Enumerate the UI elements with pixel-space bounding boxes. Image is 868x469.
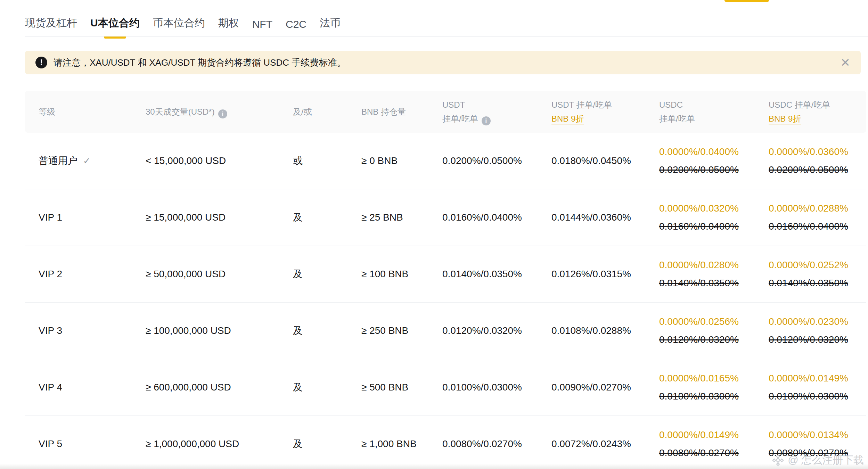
column-title-line: 及/或 [293,105,361,119]
column-title-line: USDT [442,98,551,112]
column-title: USDC 挂单/吃单 [769,100,830,109]
watermark: @ 怎么注册下载 [772,453,864,467]
binance-logo-icon [772,454,784,467]
column-header-volume-30d: 30天成交量(USD*)i [146,105,293,119]
discounted-fee: 0.0000%/0.0400% [659,143,769,161]
column-subtitle: 挂单/吃单 [659,114,695,123]
info-icon[interactable]: i [218,109,227,118]
discounted-fee: 0.0000%/0.0360% [769,143,866,161]
cell-and-or: 或 [293,154,361,167]
tab-c2c[interactable]: C2C [286,18,306,39]
cell-level: VIP 2 [39,269,146,280]
discounted-fee: 0.0000%/0.0280% [659,256,769,274]
cell-usdc-fee: 0.0000%/0.0280%0.0140%/0.0350% [659,256,769,292]
cell-bnb-holding: ≥ 1,000 BNB [361,438,442,450]
discounted-fee: 0.0000%/0.0288% [769,199,866,217]
level-label: VIP 4 [39,382,62,393]
cell-usdc-bnb-fee: 0.0000%/0.0360%0.0200%/0.0500% [769,143,866,179]
cell-usdt-fee: 0.0160%/0.0400% [442,212,551,223]
level-label: 普通用户 [39,155,77,166]
original-fee: 0.0140%/0.0350% [769,274,866,292]
cell-and-or: 及 [293,324,361,337]
cell-usdt-bnb-fee: 0.0126%/0.0315% [551,269,659,280]
column-header-bnb-holding: BNB 持仓量 [361,105,442,119]
tab-usdm-futures[interactable]: U本位合约 [90,16,140,39]
cell-usdc-fee: 0.0000%/0.0256%0.0120%/0.0320% [659,313,769,349]
column-title-line: USDT 挂单/吃单 [551,98,659,112]
bnb-discount-link[interactable]: BNB 9折 [769,114,801,123]
discounted-fee: 0.0000%/0.0256% [659,313,769,331]
cell-volume: ≥ 600,000,000 USD [146,382,293,393]
discounted-fee: 0.0000%/0.0252% [769,256,866,274]
cell-and-or: 及 [293,268,361,281]
column-title-line: 等级 [39,105,146,119]
cell-usdc-fee: 0.0000%/0.0149%0.0080%/0.0270% [659,426,769,462]
column-header-usdc-fee-bnb: USDC 挂单/吃单BNB 9折 [769,98,866,126]
fee-table: 等级30天成交量(USD*)i及/或BNB 持仓量USDT挂单/吃单iUSDT … [25,91,866,469]
column-title-line: USDC [659,98,769,112]
tab-nft[interactable]: NFT [252,18,272,39]
cell-usdt-bnb-fee: 0.0090%/0.0270% [551,382,659,393]
cell-level: 普通用户✓ [39,154,146,167]
column-header-usdt-fee-bnb: USDT 挂单/吃单BNB 9折 [551,98,659,126]
tab-spot-margin[interactable]: 现货及杠杆 [25,16,77,39]
watermark-text: @ 怎么注册下载 [788,453,864,467]
info-icon[interactable]: i [482,116,491,125]
column-title: USDC [659,100,683,109]
column-title: 及/或 [293,107,312,116]
tab-options[interactable]: 期权 [218,16,239,39]
original-fee: 0.0100%/0.0300% [659,387,769,405]
level-label: VIP 3 [39,325,62,336]
original-fee: 0.0100%/0.0300% [769,387,866,405]
column-subtitle-line: BNB 9折 [551,112,659,126]
discounted-fee: 0.0000%/0.0230% [769,313,866,331]
discounted-fee: 0.0000%/0.0134% [769,426,866,444]
column-header-and-or: 及/或 [293,105,361,119]
cell-volume: < 15,000,000 USD [146,155,293,166]
notice-text: 请注意，XAU/USDT 和 XAG/USDT 期货合约将遵循 USDC 手续费… [54,57,839,69]
column-title-line: USDC 挂单/吃单 [769,98,866,112]
tab-bar-divider [25,36,868,37]
column-subtitle-line: BNB 9折 [769,112,866,126]
column-header-usdc-fee: USDC挂单/吃单 [659,98,769,126]
cell-volume: ≥ 100,000,000 USD [146,325,293,336]
fee-table-row: VIP 2≥ 50,000,000 USD及≥ 100 BNB0.0140%/0… [25,246,866,303]
cell-volume: ≥ 1,000,000,000 USD [146,438,293,450]
cell-bnb-holding: ≥ 100 BNB [361,269,442,280]
cell-bnb-holding: ≥ 25 BNB [361,212,442,223]
column-subtitle: 挂单/吃单 [442,114,478,123]
cell-and-or: 及 [293,211,361,224]
column-title-line: 30天成交量(USD*)i [146,105,293,119]
current-level-check-icon: ✓ [83,156,91,166]
cell-usdt-bnb-fee: 0.0108%/0.0288% [551,325,659,336]
tab-fiat[interactable]: 法币 [320,16,341,39]
cell-usdt-fee: 0.0100%/0.0300% [442,382,551,393]
original-fee: 0.0080%/0.0270% [659,444,769,462]
column-subtitle-line: 挂单/吃单i [442,112,551,126]
close-icon[interactable]: ✕ [839,55,852,70]
discounted-fee: 0.0000%/0.0149% [769,369,866,387]
bnb-discount-link[interactable]: BNB 9折 [551,114,584,123]
original-fee: 0.0200%/0.0500% [769,161,866,179]
cell-level: VIP 1 [39,212,146,223]
cell-usdt-bnb-fee: 0.0144%/0.0360% [551,212,659,223]
notice-banner: ! 请注意，XAU/USDT 和 XAG/USDT 期货合约将遵循 USDC 手… [25,51,861,74]
cell-usdt-fee: 0.0080%/0.0270% [442,438,551,450]
cell-usdt-bnb-fee: 0.0180%/0.0450% [551,155,659,166]
original-fee: 0.0160%/0.0400% [659,217,769,236]
cell-usdc-bnb-fee: 0.0000%/0.0230%0.0120%/0.0320% [769,313,866,349]
clipped-yellow-button[interactable] [724,0,769,2]
column-header-usdt-fee: USDT挂单/吃单i [442,98,551,126]
cell-level: VIP 4 [39,382,146,393]
fee-table-row: VIP 3≥ 100,000,000 USD及≥ 250 BNB0.0120%/… [25,303,866,359]
original-fee: 0.0120%/0.0320% [659,331,769,349]
cell-and-or: 及 [293,437,361,451]
column-title: USDT [442,100,465,109]
original-fee: 0.0160%/0.0400% [769,217,866,236]
cell-usdc-bnb-fee: 0.0000%/0.0252%0.0140%/0.0350% [769,256,866,292]
discounted-fee: 0.0000%/0.0165% [659,369,769,387]
alert-icon: ! [35,57,47,68]
tab-coinm-futures[interactable]: 币本位合约 [153,16,205,39]
cell-usdc-fee: 0.0000%/0.0320%0.0160%/0.0400% [659,199,769,236]
cell-usdt-fee: 0.0120%/0.0320% [442,325,551,336]
